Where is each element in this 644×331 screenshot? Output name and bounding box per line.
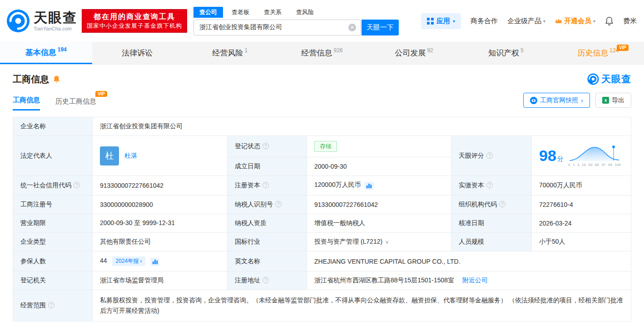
tab-operation-risk[interactable]: 经营风险1 xyxy=(184,42,276,64)
business-cooperation-link[interactable]: 商务合作 xyxy=(471,17,498,25)
user-menu[interactable]: 费米 xyxy=(623,17,637,25)
top-header: 天眼查 TianYanCha.com 都在用的商业查询工具 国家中小企业发展子基… xyxy=(0,0,644,42)
insured-trend-icon[interactable] xyxy=(150,258,159,266)
open-vip-menu[interactable]: 开通会员 ▾ xyxy=(555,17,595,25)
axis-tick: 15 xyxy=(582,163,586,167)
tab-count: 926 xyxy=(334,47,343,54)
search-tab-boss[interactable]: 查老板 xyxy=(226,7,255,18)
search-tab-relation[interactable]: 查关系 xyxy=(258,7,287,18)
value-staff-size: 小于50人 xyxy=(532,233,631,251)
value-legal-representative: 杜 杜湛 xyxy=(93,136,228,176)
tianyancha-logo-icon xyxy=(587,73,599,85)
label-text: 统一社会信用代码 xyxy=(20,181,71,189)
label-taxpayer-id: 纳税人识别号? xyxy=(228,196,307,214)
axis-tick: 0 xyxy=(568,163,570,167)
nearby-companies-link[interactable]: 附近公司 xyxy=(462,276,488,284)
section-header: 工商信息 天眼查 xyxy=(13,73,631,85)
search-tab-company[interactable]: 查公司 xyxy=(193,7,223,18)
tab-legal-litigation[interactable]: 法律诉讼 xyxy=(92,42,184,64)
watermark-logo: 天眼查 xyxy=(587,73,631,85)
label-insured-count: 参保人数 xyxy=(13,251,93,271)
help-icon[interactable]: ? xyxy=(263,143,269,149)
help-icon[interactable]: ? xyxy=(263,277,269,283)
label-staff-size: 人员规模 xyxy=(451,233,532,251)
tab-operation-info[interactable]: 经营信息926 xyxy=(276,42,368,64)
status-badge: 存续 xyxy=(314,141,337,152)
subtab-business-info[interactable]: 工商信息 xyxy=(13,96,40,110)
caret-down-icon: ▾ xyxy=(593,19,595,24)
help-icon[interactable]: ? xyxy=(48,302,54,308)
score-curve-chart xyxy=(568,145,621,162)
search-tabs: 查公司 查老板 查关系 查风险 xyxy=(193,7,399,18)
label-credit-code: 统一社会信用代码? xyxy=(13,176,93,196)
chevron-down-icon[interactable]: ∨ xyxy=(385,239,389,245)
table-row: 企业类型 其他有限责任公司 国标行业 投资与资产管理 (L7212)∨ 人员规模… xyxy=(13,233,631,251)
label-registered-capital: 注册资本? xyxy=(228,176,307,196)
help-icon[interactable]: ? xyxy=(486,152,493,159)
legal-rep-link[interactable]: 杜湛 xyxy=(124,152,137,160)
tab-history-info[interactable]: 历史信息124 VIP xyxy=(552,42,644,64)
axis-tick: 99 xyxy=(608,163,612,167)
enterprise-products-label: 企业级产品 xyxy=(507,17,541,25)
tab-company-development[interactable]: 公司发展92 xyxy=(368,42,460,64)
brand-domain: TianYanCha.com xyxy=(34,26,77,31)
subtab-history-business-info[interactable]: 历史工商信息 VIP xyxy=(55,97,96,110)
main-tab-bar: 基本信息194 法律诉讼 经营风险1 经营信息926 公司发展92 知识产权5 … xyxy=(0,42,644,65)
tab-label: 法律诉讼 xyxy=(122,48,153,58)
search-button[interactable]: 天眼一下 xyxy=(362,20,399,35)
tab-label: 基本信息 xyxy=(25,47,56,58)
annual-report-badge[interactable]: 2024年报 › xyxy=(112,256,145,266)
value-tianyan-score[interactable]: 98分 xyxy=(532,136,631,176)
enterprise-products-menu[interactable]: 企业级产品 ▾ xyxy=(507,17,545,25)
value-registered-capital: 120000万人民币 xyxy=(307,176,451,196)
legal-rep-avatar[interactable]: 杜 xyxy=(100,146,119,166)
value-industry: 投资与资产管理 (L7212)∨ xyxy=(307,233,451,251)
table-row: 企业名称 浙江省创业投资集团有限公司 xyxy=(13,117,631,136)
help-icon[interactable]: ? xyxy=(499,201,505,207)
tab-basic-info[interactable]: 基本信息194 xyxy=(0,42,92,64)
value-establish-date: 2000-09-30 xyxy=(307,157,451,176)
score-axis: 0 1 3 15 50 85 97 99 100 xyxy=(568,163,621,167)
top-menu: 应用 ▾ 商务合作 企业级产品 ▾ 开通会员 ▾ 费米 xyxy=(421,13,637,29)
tab-intellectual-property[interactable]: 知识产权5 xyxy=(460,42,552,64)
help-icon[interactable]: ? xyxy=(74,182,80,188)
table-row: 统一社会信用代码? 913300007227661042 注册资本? 12000… xyxy=(13,176,631,196)
camera-icon xyxy=(530,97,537,104)
value-registration-number: 330000000028900 xyxy=(93,196,228,214)
help-icon[interactable]: ? xyxy=(275,201,282,207)
label-text: 实缴资本 xyxy=(459,181,484,189)
label-registration-status: 登记状态? xyxy=(228,136,307,157)
clear-icon[interactable]: ✕ xyxy=(348,24,356,31)
caret-down-icon: ▾ xyxy=(453,19,455,24)
slogan-line2: 国家中小企业发展子基金旗下机构 xyxy=(87,22,182,30)
search-tab-risk[interactable]: 查风险 xyxy=(290,7,320,18)
official-snapshot-button[interactable]: 工商官网快照 › xyxy=(523,93,590,108)
label-company-name: 企业名称 xyxy=(13,117,93,136)
axis-tick: 100 xyxy=(614,163,620,167)
help-icon[interactable]: ? xyxy=(486,182,493,188)
help-icon[interactable]: ? xyxy=(263,182,269,188)
vip-badge: VIP xyxy=(617,45,629,51)
score-number: 98分 xyxy=(539,147,564,165)
business-info-table: 企业名称 浙江省创业投资集团有限公司 法定代表人 杜 杜湛 登记状态? 存续 天… xyxy=(13,117,631,321)
slogan-line1: 都在用的商业查询工具 xyxy=(87,12,182,22)
arrow-right-icon: › xyxy=(581,97,583,104)
label-approval-date: 核准日期 xyxy=(451,214,532,233)
value-approval-date: 2026-03-24 xyxy=(532,214,631,233)
label-text: 天眼评分 xyxy=(459,152,484,159)
export-button[interactable]: x 导出 xyxy=(595,93,631,108)
watermark-brand-text: 天眼查 xyxy=(601,73,631,85)
subscribe-bell-icon[interactable] xyxy=(53,75,60,83)
label-legal-representative: 法定代表人 xyxy=(13,136,93,176)
capital-compare-icon[interactable] xyxy=(365,182,374,190)
tab-label: 公司发展 xyxy=(395,48,426,58)
table-row: 法定代表人 杜 杜湛 登记状态? 存续 天眼评分? 98分 xyxy=(13,136,631,157)
notification-bell-icon[interactable] xyxy=(605,16,614,25)
apps-menu[interactable]: 应用 ▾ xyxy=(421,13,461,29)
main-content: 工商信息 天眼查 工商信息 历史工商信息 VIP xyxy=(0,73,644,321)
tianyancha-logo[interactable]: 天眼查 TianYanCha.com xyxy=(6,9,77,33)
search-input[interactable] xyxy=(193,20,361,35)
tab-label: 知识产权 xyxy=(488,48,519,58)
value-organization-code: 72276610-4 xyxy=(532,196,631,214)
caret-down-icon: ▾ xyxy=(543,19,545,24)
